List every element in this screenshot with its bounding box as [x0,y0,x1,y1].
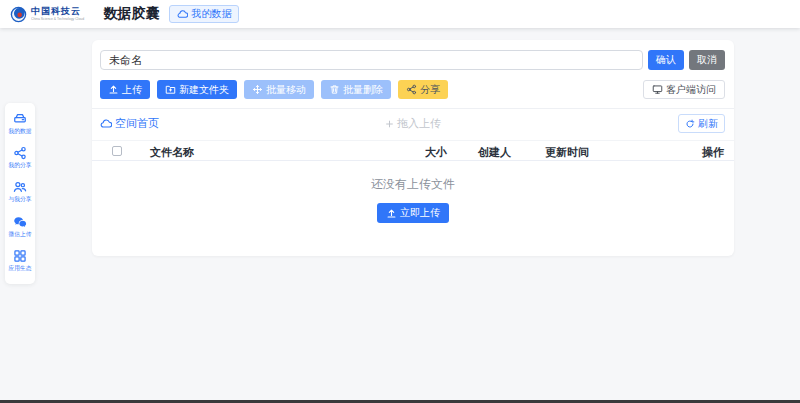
my-data-button-label: 我的数据 [191,7,231,21]
breadcrumb-home-label: 空间首页 [115,116,159,131]
client-access-button[interactable]: 客户端访问 [643,80,725,99]
main-panel: 确认 取消 上传 新建文件夹 [92,40,734,256]
my-data-button[interactable]: 我的数据 [169,5,239,23]
sidebar-item-label: 我的分享 [8,161,31,169]
sidebar-item-app-ecosystem[interactable]: 应用生态 [4,249,36,275]
share-icon [13,146,27,160]
trash-icon [329,84,340,95]
plus-icon [384,119,394,129]
top-header: 中国科技云 China Science & Technology Cloud 数… [0,0,800,28]
sidebar: 我的数据 我的分享 与我分享 [5,103,35,284]
drop-upload-hint-label: 拖入上传 [397,116,441,131]
batch-move-button-label: 批量移动 [266,83,306,97]
refresh-button[interactable]: 刷新 [678,114,725,133]
sidebar-item-label: 微信上传 [8,230,31,238]
wechat-icon [13,215,27,229]
batch-delete-button[interactable]: 批量删除 [321,80,391,99]
column-size: 大小 [425,145,447,160]
logo[interactable]: 中国科技云 China Science & Technology Cloud [10,6,93,23]
cancel-button[interactable]: 取消 [689,50,725,70]
share-button-label: 分享 [420,83,440,97]
logo-icon [10,6,27,23]
monitor-icon [652,84,663,95]
drop-upload-hint: 拖入上传 [384,116,441,131]
column-creator: 创建人 [478,145,511,160]
sidebar-item-my-data[interactable]: 我的数据 [4,112,36,138]
toolbar: 上传 新建文件夹 批量移动 [100,80,725,99]
sidebar-item-shared-with-me[interactable]: 与我分享 [4,180,36,206]
logo-subtext: China Science & Technology Cloud [31,17,84,20]
upload-icon [386,208,397,219]
select-all-checkbox[interactable] [112,146,122,156]
folder-plus-icon [165,84,176,95]
share-button[interactable]: 分享 [398,80,448,99]
file-table-header: 文件名称 大小 创建人 更新时间 操作 [92,140,734,161]
new-folder-button-label: 新建文件夹 [179,83,229,97]
sidebar-item-wechat-upload[interactable]: 微信上传 [4,215,36,241]
upload-now-button[interactable]: 立即上传 [377,203,449,223]
toolbar-divider [92,108,734,109]
sidebar-item-label: 我的数据 [8,127,31,135]
sidebar-item-label: 应用生态 [8,264,31,272]
app-title: 数据胶囊 [103,5,159,23]
users-icon [13,180,27,194]
confirm-button[interactable]: 确认 [648,50,684,70]
empty-message: 还没有上传文件 [92,176,734,193]
column-operations: 操作 [702,145,724,160]
grid-icon [13,249,27,263]
column-update-time: 更新时间 [545,145,589,160]
upload-button-label: 上传 [122,83,142,97]
breadcrumb-row: 空间首页 拖入上传 刷新 [100,113,725,134]
move-icon [252,84,263,95]
cloud-icon [177,9,188,20]
cloud-home-icon [100,118,112,130]
share-nodes-icon [406,84,417,95]
breadcrumb-home[interactable]: 空间首页 [100,116,159,131]
client-access-button-label: 客户端访问 [666,83,716,97]
sidebar-item-label: 与我分享 [8,195,31,203]
drive-icon [13,112,27,126]
rename-input[interactable] [100,50,643,70]
refresh-icon [685,119,695,129]
new-folder-button[interactable]: 新建文件夹 [157,80,237,99]
batch-move-button[interactable]: 批量移动 [244,80,314,99]
batch-delete-button-label: 批量删除 [343,83,383,97]
rename-bar: 确认 取消 [100,50,725,70]
column-file-name: 文件名称 [150,145,194,160]
upload-button[interactable]: 上传 [100,80,150,99]
empty-state: 还没有上传文件 立即上传 [92,176,734,223]
sidebar-item-my-share[interactable]: 我的分享 [4,146,36,172]
refresh-button-label: 刷新 [698,117,718,131]
upload-icon [108,84,119,95]
upload-now-button-label: 立即上传 [400,206,440,220]
